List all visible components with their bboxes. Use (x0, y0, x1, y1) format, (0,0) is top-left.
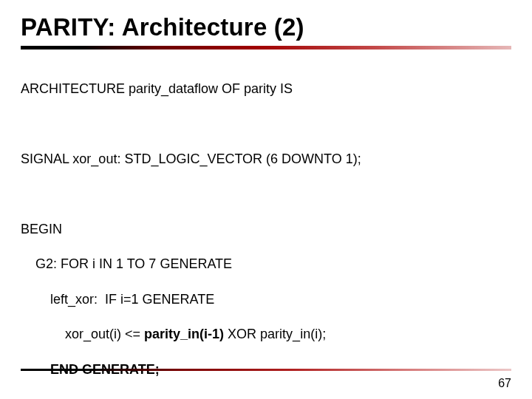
code-line: xor_out(i) <= parity_in(i-1) XOR parity_… (21, 326, 511, 344)
page-number: 67 (498, 377, 511, 390)
code-line: G2: FOR i IN 1 TO 7 GENERATE (21, 256, 511, 273)
footer-rule (21, 369, 511, 371)
code-line: SIGNAL xor_out: STD_LOGIC_VECTOR (6 DOWN… (21, 151, 511, 168)
code-block: ARCHITECTURE parity_dataflow OF parity I… (21, 63, 511, 399)
code-line: ARCHITECTURE parity_dataflow OF parity I… (21, 81, 511, 98)
title-rule (21, 46, 511, 50)
code-line: BEGIN (21, 221, 511, 239)
slide-title: PARITY: Architecture (2) (21, 13, 511, 41)
code-line: middle_xor: IF (i >1) AND (i<7) GENERATE (21, 396, 511, 399)
bold-span: parity_in(i-1) (144, 327, 224, 341)
code-blank (21, 185, 511, 203)
code-blank (21, 115, 511, 133)
slide: PARITY: Architecture (2) ARCHITECTURE pa… (0, 0, 532, 399)
code-line: left_xor: IF i=1 GENERATE (21, 291, 511, 309)
